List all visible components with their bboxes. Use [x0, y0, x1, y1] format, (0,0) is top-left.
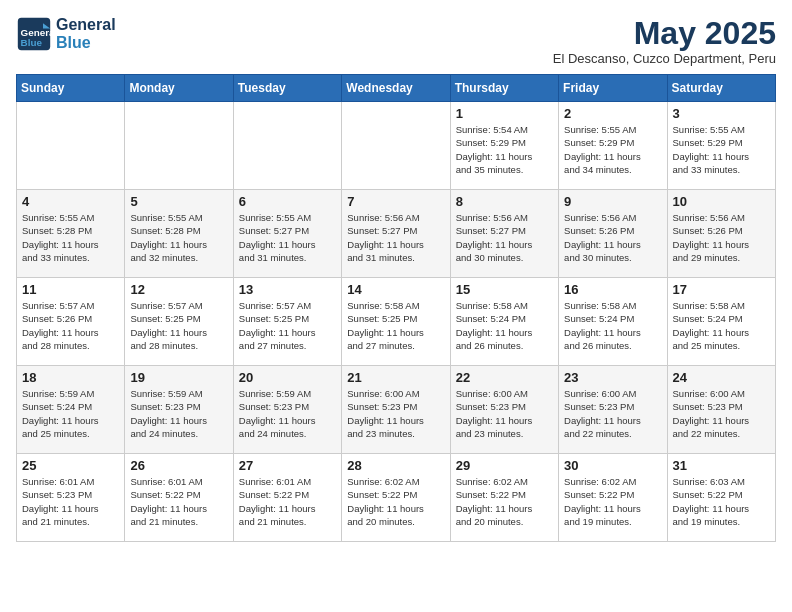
- day-number: 26: [130, 458, 227, 473]
- location: El Descanso, Cuzco Department, Peru: [553, 51, 776, 66]
- day-info: Sunrise: 6:02 AM Sunset: 5:22 PM Dayligh…: [456, 475, 553, 528]
- day-number: 17: [673, 282, 770, 297]
- day-number: 7: [347, 194, 444, 209]
- day-info: Sunrise: 5:57 AM Sunset: 5:25 PM Dayligh…: [130, 299, 227, 352]
- day-info: Sunrise: 5:55 AM Sunset: 5:29 PM Dayligh…: [564, 123, 661, 176]
- day-info: Sunrise: 6:02 AM Sunset: 5:22 PM Dayligh…: [347, 475, 444, 528]
- day-number: 5: [130, 194, 227, 209]
- day-number: 22: [456, 370, 553, 385]
- day-info: Sunrise: 5:59 AM Sunset: 5:24 PM Dayligh…: [22, 387, 119, 440]
- calendar-cell: [233, 102, 341, 190]
- calendar-cell: 30Sunrise: 6:02 AM Sunset: 5:22 PM Dayli…: [559, 454, 667, 542]
- weekday-header-thursday: Thursday: [450, 75, 558, 102]
- calendar-cell: 10Sunrise: 5:56 AM Sunset: 5:26 PM Dayli…: [667, 190, 775, 278]
- day-info: Sunrise: 5:55 AM Sunset: 5:28 PM Dayligh…: [130, 211, 227, 264]
- logo-text-blue: Blue: [56, 34, 116, 52]
- calendar-week-row: 11Sunrise: 5:57 AM Sunset: 5:26 PM Dayli…: [17, 278, 776, 366]
- logo: General Blue General Blue: [16, 16, 116, 52]
- day-info: Sunrise: 6:00 AM Sunset: 5:23 PM Dayligh…: [673, 387, 770, 440]
- day-number: 3: [673, 106, 770, 121]
- calendar-cell: 17Sunrise: 5:58 AM Sunset: 5:24 PM Dayli…: [667, 278, 775, 366]
- day-number: 6: [239, 194, 336, 209]
- day-number: 2: [564, 106, 661, 121]
- day-number: 8: [456, 194, 553, 209]
- calendar-cell: 29Sunrise: 6:02 AM Sunset: 5:22 PM Dayli…: [450, 454, 558, 542]
- calendar-cell: 5Sunrise: 5:55 AM Sunset: 5:28 PM Daylig…: [125, 190, 233, 278]
- weekday-header-friday: Friday: [559, 75, 667, 102]
- day-number: 4: [22, 194, 119, 209]
- calendar-cell: 14Sunrise: 5:58 AM Sunset: 5:25 PM Dayli…: [342, 278, 450, 366]
- calendar-cell: 20Sunrise: 5:59 AM Sunset: 5:23 PM Dayli…: [233, 366, 341, 454]
- calendar-week-row: 18Sunrise: 5:59 AM Sunset: 5:24 PM Dayli…: [17, 366, 776, 454]
- calendar-cell: 9Sunrise: 5:56 AM Sunset: 5:26 PM Daylig…: [559, 190, 667, 278]
- day-number: 19: [130, 370, 227, 385]
- day-number: 23: [564, 370, 661, 385]
- calendar-week-row: 1Sunrise: 5:54 AM Sunset: 5:29 PM Daylig…: [17, 102, 776, 190]
- calendar-cell: 2Sunrise: 5:55 AM Sunset: 5:29 PM Daylig…: [559, 102, 667, 190]
- calendar-cell: 4Sunrise: 5:55 AM Sunset: 5:28 PM Daylig…: [17, 190, 125, 278]
- day-info: Sunrise: 5:57 AM Sunset: 5:26 PM Dayligh…: [22, 299, 119, 352]
- day-info: Sunrise: 5:56 AM Sunset: 5:27 PM Dayligh…: [456, 211, 553, 264]
- day-number: 21: [347, 370, 444, 385]
- day-number: 13: [239, 282, 336, 297]
- calendar-cell: 12Sunrise: 5:57 AM Sunset: 5:25 PM Dayli…: [125, 278, 233, 366]
- day-number: 11: [22, 282, 119, 297]
- calendar-week-row: 25Sunrise: 6:01 AM Sunset: 5:23 PM Dayli…: [17, 454, 776, 542]
- day-number: 20: [239, 370, 336, 385]
- day-number: 25: [22, 458, 119, 473]
- calendar-cell: 3Sunrise: 5:55 AM Sunset: 5:29 PM Daylig…: [667, 102, 775, 190]
- weekday-header-sunday: Sunday: [17, 75, 125, 102]
- calendar-cell: 13Sunrise: 5:57 AM Sunset: 5:25 PM Dayli…: [233, 278, 341, 366]
- day-info: Sunrise: 5:56 AM Sunset: 5:27 PM Dayligh…: [347, 211, 444, 264]
- calendar-cell: 11Sunrise: 5:57 AM Sunset: 5:26 PM Dayli…: [17, 278, 125, 366]
- day-number: 24: [673, 370, 770, 385]
- day-info: Sunrise: 6:00 AM Sunset: 5:23 PM Dayligh…: [347, 387, 444, 440]
- day-info: Sunrise: 5:55 AM Sunset: 5:27 PM Dayligh…: [239, 211, 336, 264]
- calendar-cell: 7Sunrise: 5:56 AM Sunset: 5:27 PM Daylig…: [342, 190, 450, 278]
- page-header: General Blue General Blue May 2025 El De…: [16, 16, 776, 66]
- calendar-cell: 22Sunrise: 6:00 AM Sunset: 5:23 PM Dayli…: [450, 366, 558, 454]
- day-number: 31: [673, 458, 770, 473]
- day-info: Sunrise: 5:58 AM Sunset: 5:24 PM Dayligh…: [564, 299, 661, 352]
- calendar-cell: [125, 102, 233, 190]
- calendar-cell: 16Sunrise: 5:58 AM Sunset: 5:24 PM Dayli…: [559, 278, 667, 366]
- day-info: Sunrise: 5:59 AM Sunset: 5:23 PM Dayligh…: [239, 387, 336, 440]
- day-number: 10: [673, 194, 770, 209]
- weekday-header-wednesday: Wednesday: [342, 75, 450, 102]
- day-info: Sunrise: 5:56 AM Sunset: 5:26 PM Dayligh…: [564, 211, 661, 264]
- day-info: Sunrise: 6:01 AM Sunset: 5:23 PM Dayligh…: [22, 475, 119, 528]
- day-info: Sunrise: 5:56 AM Sunset: 5:26 PM Dayligh…: [673, 211, 770, 264]
- weekday-header-saturday: Saturday: [667, 75, 775, 102]
- day-info: Sunrise: 5:58 AM Sunset: 5:24 PM Dayligh…: [456, 299, 553, 352]
- day-info: Sunrise: 5:59 AM Sunset: 5:23 PM Dayligh…: [130, 387, 227, 440]
- day-number: 15: [456, 282, 553, 297]
- title-block: May 2025 El Descanso, Cuzco Department, …: [553, 16, 776, 66]
- svg-text:Blue: Blue: [21, 37, 43, 48]
- calendar-cell: 31Sunrise: 6:03 AM Sunset: 5:22 PM Dayli…: [667, 454, 775, 542]
- day-info: Sunrise: 6:02 AM Sunset: 5:22 PM Dayligh…: [564, 475, 661, 528]
- day-number: 18: [22, 370, 119, 385]
- weekday-header-tuesday: Tuesday: [233, 75, 341, 102]
- day-number: 12: [130, 282, 227, 297]
- day-info: Sunrise: 5:58 AM Sunset: 5:25 PM Dayligh…: [347, 299, 444, 352]
- calendar-cell: 6Sunrise: 5:55 AM Sunset: 5:27 PM Daylig…: [233, 190, 341, 278]
- calendar-cell: 18Sunrise: 5:59 AM Sunset: 5:24 PM Dayli…: [17, 366, 125, 454]
- day-number: 30: [564, 458, 661, 473]
- calendar-cell: 1Sunrise: 5:54 AM Sunset: 5:29 PM Daylig…: [450, 102, 558, 190]
- calendar-week-row: 4Sunrise: 5:55 AM Sunset: 5:28 PM Daylig…: [17, 190, 776, 278]
- day-number: 28: [347, 458, 444, 473]
- calendar-cell: 28Sunrise: 6:02 AM Sunset: 5:22 PM Dayli…: [342, 454, 450, 542]
- logo-text-general: General: [56, 16, 116, 34]
- calendar-table: SundayMondayTuesdayWednesdayThursdayFrid…: [16, 74, 776, 542]
- day-number: 16: [564, 282, 661, 297]
- day-info: Sunrise: 5:54 AM Sunset: 5:29 PM Dayligh…: [456, 123, 553, 176]
- day-info: Sunrise: 5:55 AM Sunset: 5:28 PM Dayligh…: [22, 211, 119, 264]
- day-info: Sunrise: 6:01 AM Sunset: 5:22 PM Dayligh…: [239, 475, 336, 528]
- day-info: Sunrise: 6:01 AM Sunset: 5:22 PM Dayligh…: [130, 475, 227, 528]
- day-number: 1: [456, 106, 553, 121]
- day-info: Sunrise: 5:57 AM Sunset: 5:25 PM Dayligh…: [239, 299, 336, 352]
- day-number: 14: [347, 282, 444, 297]
- day-info: Sunrise: 5:58 AM Sunset: 5:24 PM Dayligh…: [673, 299, 770, 352]
- month-title: May 2025: [553, 16, 776, 51]
- day-number: 27: [239, 458, 336, 473]
